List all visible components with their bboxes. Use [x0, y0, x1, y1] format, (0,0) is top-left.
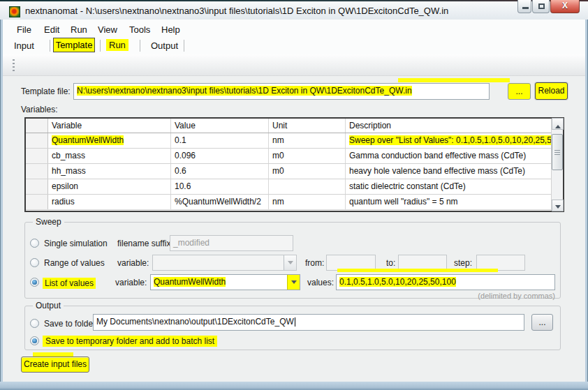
variables-label: Variables:: [21, 105, 57, 114]
cell-variable[interactable]: cb_mass: [48, 149, 171, 163]
minimize-button[interactable]: [517, 0, 531, 13]
tab-separator: [184, 40, 184, 52]
cell-description[interactable]: Sweep over "List of Values": 0.1,0.5,1.0…: [346, 133, 551, 148]
sweep-legend: Sweep: [33, 217, 64, 227]
row-selector-header[interactable]: [26, 119, 48, 133]
output-browse-button[interactable]: ...: [531, 314, 553, 331]
cell-variable[interactable]: hh_mass: [48, 164, 171, 179]
cell-text: Sweep over "List of Values": 0.1,0.5,1.0…: [349, 135, 551, 145]
maximize-icon: [538, 3, 545, 9]
cell-value[interactable]: 0.096: [171, 149, 269, 163]
variables-grid: Variable Value Unit Description QuantumW…: [26, 119, 551, 211]
scrollbar-thumb[interactable]: [552, 134, 563, 170]
menu-item-file[interactable]: File: [14, 23, 34, 36]
from-label: from:: [305, 258, 324, 268]
row-selector[interactable]: [26, 133, 48, 148]
output-folder-value: My Documents\nextnano\output\1DExcitonCd…: [96, 317, 294, 327]
save-to-folder-radio[interactable]: [30, 319, 39, 328]
menu-item-view[interactable]: View: [95, 23, 120, 36]
row-selector[interactable]: [26, 149, 48, 163]
column-header-unit[interactable]: Unit: [269, 119, 346, 133]
table-row[interactable]: radius %QuantumWellWidth/2 nm quantum we…: [26, 195, 551, 210]
cell-description[interactable]: static dielectric constant (CdTe): [346, 179, 551, 194]
row-selector[interactable]: [26, 195, 48, 209]
list-of-values-label: List of values: [43, 278, 96, 289]
highlight-smear: [337, 269, 498, 272]
table-row[interactable]: cb_mass 0.096 m0 Gamma conduction band e…: [26, 149, 551, 164]
cell-unit[interactable]: nm: [269, 133, 346, 148]
toolbar-grip-handle[interactable]: [13, 59, 15, 72]
cell-unit[interactable]: m0: [269, 149, 346, 163]
cell-variable[interactable]: epsilon: [48, 179, 171, 194]
cell-unit[interactable]: m0: [269, 164, 346, 179]
sweep-group: Sweep Single simulation filename suffix:…: [24, 217, 562, 299]
cell-value[interactable]: 10.6: [171, 179, 269, 194]
variables-table: Variable Value Unit Description QuantumW…: [24, 117, 564, 212]
save-to-temp-radio[interactable]: [30, 336, 39, 345]
column-header-value[interactable]: Value: [171, 119, 269, 133]
reload-button[interactable]: Reload: [535, 82, 568, 100]
template-file-label: Template file:: [21, 87, 71, 96]
chevron-down-icon[interactable]: [287, 275, 300, 290]
menu-item-edit[interactable]: Edit: [41, 23, 62, 36]
save-to-folder-label: Save to folder:: [44, 319, 98, 329]
list-variable-combobox[interactable]: QuantumWellWidth: [150, 274, 300, 290]
values-input[interactable]: 0.1,0.5,1.0,5.0,10,20,25,50,100: [336, 274, 555, 290]
close-icon: X: [551, 1, 579, 10]
cell-unit[interactable]: nm: [269, 195, 346, 209]
app-icon: [9, 6, 20, 17]
row-selector[interactable]: [26, 179, 48, 194]
tab-separator: [100, 40, 101, 52]
toolbar: [3, 54, 585, 76]
row-selector[interactable]: [26, 164, 48, 179]
table-row[interactable]: epsilon 10.6 static dielectric constant …: [26, 179, 551, 195]
scrollbar-up-button[interactable]: [552, 118, 564, 130]
close-button[interactable]: X: [550, 0, 580, 13]
scrollbar-down-button[interactable]: [552, 200, 564, 211]
table-row[interactable]: hh_mass 0.6 m0 heavy hole valence band e…: [26, 164, 551, 179]
template-file-input[interactable]: N:\users\nextnano\nextnano3\input files\…: [73, 83, 490, 100]
tab-run[interactable]: Run: [106, 39, 128, 51]
output-folder-input[interactable]: My Documents\nextnano\output\1DExcitonCd…: [93, 314, 524, 331]
values-value: 0.1,0.5,1.0,5.0,10,20,25,50,100: [339, 277, 456, 287]
single-simulation-radio[interactable]: [30, 239, 39, 248]
cell-variable[interactable]: QuantumWellWidth: [48, 133, 171, 148]
list-variable-value: QuantumWellWidth: [154, 277, 226, 287]
range-variable-label: variable:: [117, 258, 149, 268]
save-to-temp-label: Save to temporary folder and add to batc…: [43, 336, 217, 347]
tab-input[interactable]: Input: [14, 40, 34, 51]
window-bottom-frame: [0, 382, 588, 390]
output-group: Output Save to folder: My Documents\next…: [24, 301, 562, 351]
create-input-files-button[interactable]: Create input files: [21, 357, 89, 373]
maximize-button[interactable]: [532, 0, 550, 13]
column-header-description[interactable]: Description: [346, 119, 551, 133]
tab-separator: [50, 40, 50, 52]
filename-suffix-value: _modified: [173, 238, 210, 248]
filename-suffix-input[interactable]: _modified: [170, 235, 293, 251]
tab-output[interactable]: Output: [151, 40, 178, 51]
cell-value[interactable]: 0.6: [171, 164, 269, 179]
cell-description[interactable]: Gamma conduction band effective mass (Cd…: [346, 149, 551, 163]
cell-value[interactable]: %QuantumWellWidth/2: [171, 195, 269, 209]
values-label: values:: [307, 278, 334, 287]
cell-value[interactable]: 0.1: [171, 133, 269, 148]
template-browse-button[interactable]: ...: [508, 83, 531, 100]
range-variable-combobox[interactable]: [152, 255, 297, 271]
menu-item-help[interactable]: Help: [159, 23, 183, 36]
menu-item-run[interactable]: Run: [68, 23, 90, 36]
tab-template[interactable]: Template: [53, 38, 95, 52]
list-of-values-radio[interactable]: [30, 278, 39, 287]
table-row[interactable]: QuantumWellWidth 0.1 nm Sweep over "List…: [26, 133, 551, 149]
range-of-values-radio[interactable]: [30, 258, 39, 267]
cell-description[interactable]: heavy hole valence band effective mass (…: [346, 164, 551, 179]
scrollbar-track[interactable]: [551, 119, 563, 211]
column-header-variable[interactable]: Variable: [48, 119, 171, 133]
cell-unit[interactable]: [269, 179, 346, 194]
chevron-down-icon[interactable]: [284, 255, 296, 270]
tab-separator: [140, 40, 140, 52]
cell-description[interactable]: quantum well "radius" = 5 nm: [346, 195, 551, 209]
cell-text: QuantumWellWidth: [52, 135, 124, 145]
menu-item-tools[interactable]: Tools: [126, 23, 153, 36]
title-bar[interactable]: nextnanomat - N:\users\nextnano\nextnano…: [0, 1, 588, 20]
cell-variable[interactable]: radius: [48, 195, 171, 209]
